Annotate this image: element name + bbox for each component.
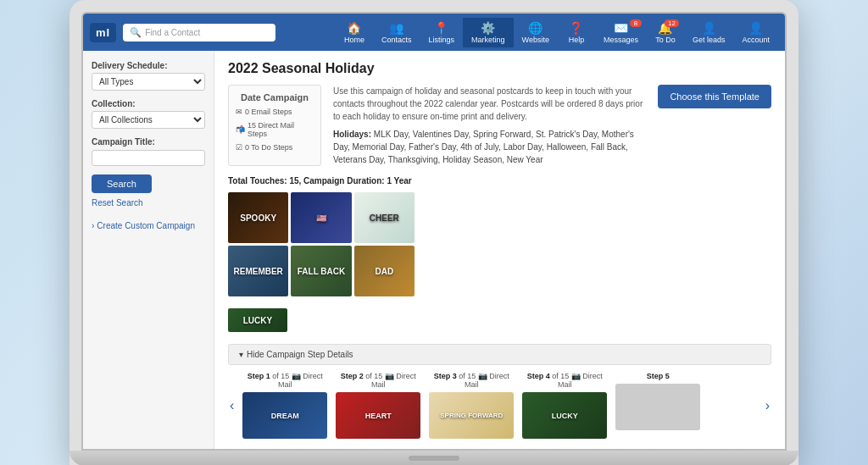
- getleads-icon: 👤: [702, 21, 716, 35]
- image-dad: DAD: [354, 246, 415, 296]
- hide-step-details-bar[interactable]: ▾ Hide Campaign Step Details: [228, 344, 771, 365]
- account-icon: 👤: [748, 21, 763, 35]
- step-4-title: Step 4 of 15 📷 Direct Mail: [522, 372, 607, 389]
- email-steps: ✉ 0 Email Steps: [236, 108, 314, 116]
- contact-search-bar[interactable]: 🔍 Find a Contact: [123, 24, 275, 42]
- nav-account[interactable]: 👤 Account: [733, 18, 778, 47]
- nav-messages[interactable]: ✉️ Messages 8: [595, 18, 647, 47]
- messages-icon: ✉️: [614, 21, 628, 35]
- logo: ml: [90, 23, 116, 42]
- steps-carousel: ‹ Step 1 of 15 📷 Direct Mail DREAM Step …: [228, 372, 771, 439]
- search-button[interactable]: Search: [92, 174, 152, 193]
- campaign-top-section: Date Campaign ✉ 0 Email Steps 📬 15 Direc…: [228, 85, 771, 166]
- content-area: 2022 Seasonal Holiday Date Campaign ✉ 0 …: [214, 51, 785, 449]
- todo-steps-text: 0 To Do Steps: [245, 143, 292, 152]
- nav-marketing-label: Marketing: [471, 36, 505, 44]
- nav-todo[interactable]: 🔔 To Do 12: [647, 18, 684, 47]
- title-label: Campaign Title:: [92, 137, 205, 147]
- sidebar: Delivery Schedule: All Types Collection:…: [83, 51, 214, 449]
- nav-website[interactable]: 🌐 Website: [514, 18, 558, 47]
- holidays-list: MLK Day, Valentines Day, Spring Forward,…: [333, 130, 634, 164]
- holidays-text: Holidays: MLK Day, Valentines Day, Sprin…: [333, 128, 646, 166]
- laptop-notch: [409, 456, 459, 461]
- carousel-prev[interactable]: ‹: [228, 398, 236, 413]
- nav-messages-label: Messages: [604, 36, 638, 44]
- nav-items: 🏠 Home 👥 Contacts 📍 Listings ⚙️ Marketin…: [336, 18, 778, 47]
- step-2-image: HEART: [336, 392, 420, 439]
- step-card-5: Step 5: [615, 372, 700, 439]
- title-input[interactable]: [92, 150, 205, 166]
- touches-info: Total Touches: 15, Campaign Duration: 1 …: [228, 176, 771, 185]
- main-layout: Delivery Schedule: All Types Collection:…: [83, 51, 785, 449]
- image-spooky: SPOOKY: [228, 192, 288, 243]
- chevron-down-icon: ▾: [239, 350, 243, 359]
- cheer-label: CHEER: [370, 213, 399, 223]
- campaign-title: 2022 Seasonal Holiday: [228, 61, 771, 76]
- laptop-bottom: [70, 451, 798, 465]
- holidays-label: Holidays:: [333, 130, 371, 139]
- messages-badge: 8: [630, 19, 642, 27]
- collection-label: Collection:: [92, 99, 205, 108]
- step-5-image: [615, 384, 700, 430]
- choose-template-button[interactable]: Choose this Template: [658, 85, 771, 108]
- nav-account-label: Account: [742, 36, 770, 44]
- collection-select[interactable]: All Collections: [92, 111, 205, 129]
- mail-steps: 📬 15 Direct Mail Steps: [236, 121, 314, 138]
- image-fall: FALL BACK: [291, 246, 351, 296]
- nav-todo-label: To Do: [655, 36, 676, 44]
- nav-home-label: Home: [344, 36, 364, 44]
- step-5-title: Step 5: [615, 372, 700, 380]
- chevron-right-icon: ›: [92, 221, 94, 230]
- listings-icon: 📍: [434, 21, 448, 35]
- delivery-select[interactable]: All Types: [92, 73, 205, 91]
- hide-steps-label: Hide Campaign Step Details: [247, 350, 353, 359]
- step-card-1: Step 1 of 15 📷 Direct Mail DREAM: [242, 372, 327, 439]
- mail-icon: 📬: [236, 125, 245, 134]
- nav-listings[interactable]: 📍 Listings: [420, 18, 464, 47]
- campaign-image-grid: SPOOKY 🇺🇸 CHEER REMEMBER FALL BACK: [228, 192, 415, 296]
- checkbox-icon: ☑: [236, 143, 242, 152]
- date-campaign-box: Date Campaign ✉ 0 Email Steps 📬 15 Direc…: [228, 85, 321, 166]
- laptop-frame: ml 🔍 Find a Contact 🏠 Home 👥 Contacts 📍 …: [70, 0, 798, 465]
- step-2-title: Step 2 of 15 📷 Direct Mail: [336, 372, 420, 389]
- nav-home[interactable]: 🏠 Home: [336, 18, 373, 47]
- delivery-label: Delivery Schedule:: [92, 61, 205, 70]
- nav-help[interactable]: ❓ Help: [558, 18, 595, 47]
- reset-search-link[interactable]: Reset Search: [92, 198, 205, 208]
- search-icon: 🔍: [130, 27, 142, 38]
- date-campaign-label: Date Campaign: [236, 92, 314, 102]
- create-campaign-label: Create Custom Campaign: [97, 221, 195, 230]
- step-3-title: Step 3 of 15 📷 Direct Mail: [429, 372, 514, 389]
- marketing-icon: ⚙️: [481, 21, 495, 35]
- carousel-next[interactable]: ›: [764, 398, 771, 413]
- nav-getleads[interactable]: 👤 Get leads: [684, 18, 734, 47]
- laptop-screen: ml 🔍 Find a Contact 🏠 Home 👥 Contacts 📍 …: [81, 12, 787, 451]
- nav-listings-label: Listings: [429, 36, 455, 44]
- image-cheer: CHEER: [354, 192, 415, 243]
- fall-label: FALL BACK: [298, 267, 345, 276]
- image-flag: 🇺🇸: [291, 192, 351, 243]
- email-steps-text: 0 Email Steps: [245, 108, 292, 116]
- step-card-3: Step 3 of 15 📷 Direct Mail SPRING FORWAR…: [429, 372, 514, 439]
- create-campaign-link[interactable]: › Create Custom Campaign: [92, 221, 205, 230]
- steps-track: Step 1 of 15 📷 Direct Mail DREAM Step 2 …: [242, 372, 756, 439]
- remember-label: REMEMBER: [233, 267, 282, 276]
- todo-steps: ☑ 0 To Do Steps: [236, 143, 314, 152]
- nav-contacts[interactable]: 👥 Contacts: [373, 18, 420, 47]
- nav-help-label: Help: [569, 36, 585, 44]
- nav-contacts-label: Contacts: [381, 36, 412, 44]
- help-icon: ❓: [569, 21, 583, 35]
- mail-steps-text: 15 Direct Mail Steps: [248, 121, 314, 138]
- top-navigation: ml 🔍 Find a Contact 🏠 Home 👥 Contacts 📍 …: [83, 14, 785, 51]
- home-icon: 🏠: [347, 21, 361, 35]
- step-1-title: Step 1 of 15 📷 Direct Mail: [242, 372, 327, 389]
- desc-text: Use this campaign of holiday and seasona…: [333, 85, 646, 123]
- nav-marketing[interactable]: ⚙️ Marketing: [463, 18, 514, 47]
- nav-getleads-label: Get leads: [693, 36, 726, 44]
- email-icon: ✉: [236, 108, 242, 116]
- lucky-label: LUCKY: [243, 316, 272, 325]
- spooky-label: SPOOKY: [240, 213, 276, 223]
- step-1-image: DREAM: [242, 392, 327, 439]
- step-card-2: Step 2 of 15 📷 Direct Mail HEART: [336, 372, 420, 439]
- dad-label: DAD: [375, 267, 393, 276]
